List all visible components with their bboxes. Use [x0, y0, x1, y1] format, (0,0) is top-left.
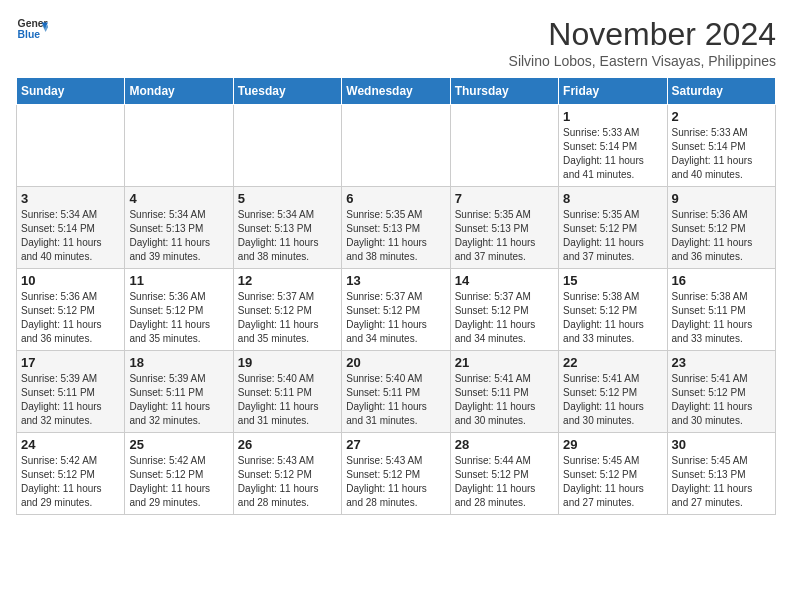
day-number: 20 — [346, 355, 445, 370]
day-number: 2 — [672, 109, 771, 124]
calendar-cell: 3Sunrise: 5:34 AM Sunset: 5:14 PM Daylig… — [17, 187, 125, 269]
day-info: Sunrise: 5:36 AM Sunset: 5:12 PM Dayligh… — [129, 290, 228, 346]
calendar-cell: 28Sunrise: 5:44 AM Sunset: 5:12 PM Dayli… — [450, 433, 558, 515]
calendar-cell: 7Sunrise: 5:35 AM Sunset: 5:13 PM Daylig… — [450, 187, 558, 269]
day-info: Sunrise: 5:41 AM Sunset: 5:12 PM Dayligh… — [672, 372, 771, 428]
day-info: Sunrise: 5:44 AM Sunset: 5:12 PM Dayligh… — [455, 454, 554, 510]
calendar-cell: 10Sunrise: 5:36 AM Sunset: 5:12 PM Dayli… — [17, 269, 125, 351]
day-number: 17 — [21, 355, 120, 370]
calendar-cell: 19Sunrise: 5:40 AM Sunset: 5:11 PM Dayli… — [233, 351, 341, 433]
weekday-header-tuesday: Tuesday — [233, 78, 341, 105]
calendar-cell — [450, 105, 558, 187]
day-info: Sunrise: 5:37 AM Sunset: 5:12 PM Dayligh… — [455, 290, 554, 346]
day-number: 11 — [129, 273, 228, 288]
calendar-cell: 22Sunrise: 5:41 AM Sunset: 5:12 PM Dayli… — [559, 351, 667, 433]
calendar-table: SundayMondayTuesdayWednesdayThursdayFrid… — [16, 77, 776, 515]
day-info: Sunrise: 5:45 AM Sunset: 5:13 PM Dayligh… — [672, 454, 771, 510]
weekday-header-monday: Monday — [125, 78, 233, 105]
day-number: 10 — [21, 273, 120, 288]
day-number: 15 — [563, 273, 662, 288]
calendar-cell — [342, 105, 450, 187]
calendar-cell: 9Sunrise: 5:36 AM Sunset: 5:12 PM Daylig… — [667, 187, 775, 269]
day-info: Sunrise: 5:35 AM Sunset: 5:13 PM Dayligh… — [455, 208, 554, 264]
day-info: Sunrise: 5:34 AM Sunset: 5:13 PM Dayligh… — [238, 208, 337, 264]
day-info: Sunrise: 5:40 AM Sunset: 5:11 PM Dayligh… — [346, 372, 445, 428]
day-number: 9 — [672, 191, 771, 206]
day-number: 24 — [21, 437, 120, 452]
calendar-cell — [233, 105, 341, 187]
calendar-cell: 21Sunrise: 5:41 AM Sunset: 5:11 PM Dayli… — [450, 351, 558, 433]
day-number: 29 — [563, 437, 662, 452]
calendar-cell: 16Sunrise: 5:38 AM Sunset: 5:11 PM Dayli… — [667, 269, 775, 351]
calendar-cell — [17, 105, 125, 187]
calendar-cell: 23Sunrise: 5:41 AM Sunset: 5:12 PM Dayli… — [667, 351, 775, 433]
day-number: 27 — [346, 437, 445, 452]
day-info: Sunrise: 5:37 AM Sunset: 5:12 PM Dayligh… — [238, 290, 337, 346]
calendar-cell: 26Sunrise: 5:43 AM Sunset: 5:12 PM Dayli… — [233, 433, 341, 515]
weekday-header-sunday: Sunday — [17, 78, 125, 105]
calendar-week-row: 3Sunrise: 5:34 AM Sunset: 5:14 PM Daylig… — [17, 187, 776, 269]
location-subtitle: Silvino Lobos, Eastern Visayas, Philippi… — [509, 53, 776, 69]
calendar-cell: 14Sunrise: 5:37 AM Sunset: 5:12 PM Dayli… — [450, 269, 558, 351]
logo-icon: General Blue — [16, 16, 48, 44]
day-number: 16 — [672, 273, 771, 288]
calendar-cell: 17Sunrise: 5:39 AM Sunset: 5:11 PM Dayli… — [17, 351, 125, 433]
calendar-week-row: 10Sunrise: 5:36 AM Sunset: 5:12 PM Dayli… — [17, 269, 776, 351]
day-number: 1 — [563, 109, 662, 124]
day-number: 23 — [672, 355, 771, 370]
day-info: Sunrise: 5:33 AM Sunset: 5:14 PM Dayligh… — [672, 126, 771, 182]
calendar-cell: 8Sunrise: 5:35 AM Sunset: 5:12 PM Daylig… — [559, 187, 667, 269]
day-info: Sunrise: 5:43 AM Sunset: 5:12 PM Dayligh… — [346, 454, 445, 510]
weekday-header-friday: Friday — [559, 78, 667, 105]
calendar-week-row: 24Sunrise: 5:42 AM Sunset: 5:12 PM Dayli… — [17, 433, 776, 515]
day-info: Sunrise: 5:34 AM Sunset: 5:13 PM Dayligh… — [129, 208, 228, 264]
calendar-cell: 27Sunrise: 5:43 AM Sunset: 5:12 PM Dayli… — [342, 433, 450, 515]
day-info: Sunrise: 5:34 AM Sunset: 5:14 PM Dayligh… — [21, 208, 120, 264]
page-header: General Blue November 2024 Silvino Lobos… — [16, 16, 776, 69]
calendar-cell: 11Sunrise: 5:36 AM Sunset: 5:12 PM Dayli… — [125, 269, 233, 351]
day-number: 4 — [129, 191, 228, 206]
day-info: Sunrise: 5:38 AM Sunset: 5:12 PM Dayligh… — [563, 290, 662, 346]
calendar-cell: 4Sunrise: 5:34 AM Sunset: 5:13 PM Daylig… — [125, 187, 233, 269]
day-info: Sunrise: 5:41 AM Sunset: 5:11 PM Dayligh… — [455, 372, 554, 428]
day-info: Sunrise: 5:36 AM Sunset: 5:12 PM Dayligh… — [672, 208, 771, 264]
day-number: 14 — [455, 273, 554, 288]
day-number: 28 — [455, 437, 554, 452]
day-number: 30 — [672, 437, 771, 452]
calendar-week-row: 1Sunrise: 5:33 AM Sunset: 5:14 PM Daylig… — [17, 105, 776, 187]
svg-text:Blue: Blue — [18, 29, 41, 40]
day-number: 19 — [238, 355, 337, 370]
weekday-header-wednesday: Wednesday — [342, 78, 450, 105]
calendar-cell: 13Sunrise: 5:37 AM Sunset: 5:12 PM Dayli… — [342, 269, 450, 351]
calendar-cell: 6Sunrise: 5:35 AM Sunset: 5:13 PM Daylig… — [342, 187, 450, 269]
day-number: 21 — [455, 355, 554, 370]
calendar-cell: 12Sunrise: 5:37 AM Sunset: 5:12 PM Dayli… — [233, 269, 341, 351]
calendar-week-row: 17Sunrise: 5:39 AM Sunset: 5:11 PM Dayli… — [17, 351, 776, 433]
calendar-cell: 1Sunrise: 5:33 AM Sunset: 5:14 PM Daylig… — [559, 105, 667, 187]
weekday-header-row: SundayMondayTuesdayWednesdayThursdayFrid… — [17, 78, 776, 105]
calendar-cell: 24Sunrise: 5:42 AM Sunset: 5:12 PM Dayli… — [17, 433, 125, 515]
day-info: Sunrise: 5:36 AM Sunset: 5:12 PM Dayligh… — [21, 290, 120, 346]
day-number: 5 — [238, 191, 337, 206]
day-info: Sunrise: 5:41 AM Sunset: 5:12 PM Dayligh… — [563, 372, 662, 428]
day-number: 18 — [129, 355, 228, 370]
calendar-cell — [125, 105, 233, 187]
month-title: November 2024 — [509, 16, 776, 53]
calendar-cell: 5Sunrise: 5:34 AM Sunset: 5:13 PM Daylig… — [233, 187, 341, 269]
weekday-header-thursday: Thursday — [450, 78, 558, 105]
day-info: Sunrise: 5:42 AM Sunset: 5:12 PM Dayligh… — [129, 454, 228, 510]
day-info: Sunrise: 5:40 AM Sunset: 5:11 PM Dayligh… — [238, 372, 337, 428]
day-number: 26 — [238, 437, 337, 452]
calendar-cell: 15Sunrise: 5:38 AM Sunset: 5:12 PM Dayli… — [559, 269, 667, 351]
day-number: 25 — [129, 437, 228, 452]
day-number: 6 — [346, 191, 445, 206]
day-info: Sunrise: 5:37 AM Sunset: 5:12 PM Dayligh… — [346, 290, 445, 346]
calendar-cell: 29Sunrise: 5:45 AM Sunset: 5:12 PM Dayli… — [559, 433, 667, 515]
day-number: 12 — [238, 273, 337, 288]
calendar-cell: 18Sunrise: 5:39 AM Sunset: 5:11 PM Dayli… — [125, 351, 233, 433]
day-info: Sunrise: 5:39 AM Sunset: 5:11 PM Dayligh… — [21, 372, 120, 428]
calendar-cell: 2Sunrise: 5:33 AM Sunset: 5:14 PM Daylig… — [667, 105, 775, 187]
day-number: 7 — [455, 191, 554, 206]
day-info: Sunrise: 5:38 AM Sunset: 5:11 PM Dayligh… — [672, 290, 771, 346]
day-info: Sunrise: 5:45 AM Sunset: 5:12 PM Dayligh… — [563, 454, 662, 510]
